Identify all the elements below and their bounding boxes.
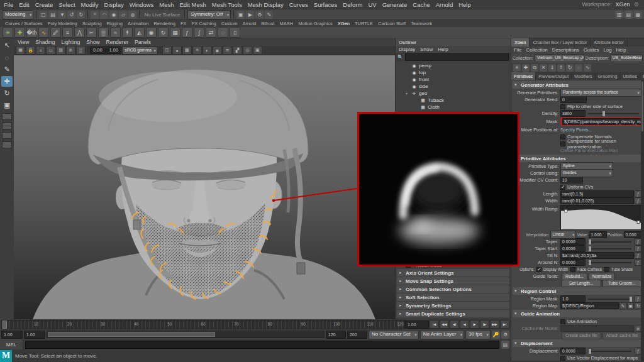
generate-primitives-dropdown[interactable]: Randomly across the surface: [560, 89, 641, 97]
around-n-slider[interactable]: [588, 262, 631, 263]
timeline-current-frame-cursor[interactable]: [3, 321, 7, 329]
compensate-normals-checkbox[interactable]: [560, 134, 565, 140]
menu-item[interactable]: Display: [104, 1, 124, 8]
section-header-guide-animation[interactable]: Guide Animation: [513, 310, 642, 317]
mask-field[interactable]: $(DESC)/paintmaps/bearcap_density_mask: [562, 118, 644, 125]
xgen-clear-preview-icon[interactable]: ◌: [575, 64, 582, 72]
viewport-menu-item[interactable]: Show: [86, 39, 99, 45]
taper-field[interactable]: 0.0000: [560, 238, 586, 245]
xgen-clump-icon[interactable]: ⋀: [74, 27, 85, 38]
xgen-scrollbar[interactable]: [641, 80, 644, 361]
shelf-tab[interactable]: Motion Graphics: [298, 21, 333, 26]
tool-settings-section-header[interactable]: Move Snap Settings: [397, 277, 509, 285]
shelf-tab[interactable]: XGen: [338, 21, 350, 26]
region-map-folder-icon[interactable]: ▣: [627, 302, 634, 309]
width-ramp-widget[interactable]: [560, 205, 641, 230]
compensate-param-checkbox[interactable]: [560, 141, 565, 146]
outliner-item[interactable]: ◉ side: [396, 83, 511, 90]
render-icon[interactable]: ▣: [236, 11, 245, 19]
region-mask-field[interactable]: 1.0: [560, 295, 586, 302]
anim-layer-dropdown[interactable]: No Anim Layer: [420, 330, 464, 339]
shaded-icon[interactable]: ●: [172, 46, 182, 55]
outliner-item[interactable]: ◉ front: [396, 76, 511, 83]
description-dropdown[interactable]: US_SolderBearcap: [610, 54, 643, 62]
uniform-cvs-checkbox[interactable]: [560, 185, 565, 190]
ipr-render-icon[interactable]: ▶: [246, 11, 254, 19]
xgen-subtab[interactable]: Expressions: [640, 72, 644, 80]
open-scene-icon[interactable]: ▤: [48, 11, 57, 19]
playback-end-field[interactable]: 120: [326, 331, 346, 339]
xgen-menu-item[interactable]: Help: [616, 47, 626, 53]
shelf-tab[interactable]: Curves / Surfaces: [5, 21, 43, 26]
xgen-subtab[interactable]: Modifiers: [572, 72, 595, 80]
xgen-export-icon[interactable]: �th: [26, 27, 37, 38]
lock-camera-icon[interactable]: 🔒: [26, 46, 35, 55]
camera-attributes-icon[interactable]: ≡: [36, 46, 45, 55]
tube-shade-checkbox[interactable]: [604, 267, 609, 272]
auto-key-icon[interactable]: 🔑: [492, 331, 500, 339]
xgen-duplicate-icon[interactable]: ⧉: [531, 64, 538, 72]
tube-groom-button[interactable]: Tube Groom...: [602, 280, 642, 287]
xgen-cut-icon[interactable]: ✂: [86, 27, 97, 38]
outliner-item[interactable]: ▾ ✛ geo: [396, 90, 511, 97]
wireframe-icon[interactable]: ◫: [162, 46, 172, 55]
tool-settings-section-header[interactable]: Smart Duplicate Settings: [397, 310, 509, 317]
step-back-key-button[interactable]: ◀|: [450, 320, 459, 329]
render-settings-icon[interactable]: ⚙: [255, 11, 264, 19]
prefs-icon[interactable]: ⚙: [501, 331, 509, 339]
xgen-density-icon[interactable]: ▒: [98, 27, 109, 38]
shelf-tab[interactable]: Animation: [128, 21, 148, 26]
lasso-select-tool[interactable]: ◌: [1, 52, 13, 63]
symmetry-dropdown[interactable]: Symmetry: Off: [187, 10, 231, 19]
sidebar-channelbox-icon[interactable]: ▦: [634, 11, 642, 19]
select-camera-icon[interactable]: ▦: [16, 46, 25, 55]
shelf-tab[interactable]: MASH: [280, 21, 294, 26]
tilt-n-field[interactable]: $a=rand(-20,5);$a: [560, 252, 634, 259]
menu-item[interactable]: Edit: [19, 1, 29, 8]
anim-end-field[interactable]: 200: [347, 331, 367, 339]
snap-point-icon[interactable]: ◉: [109, 11, 118, 19]
taper-start-field[interactable]: 0.0000: [560, 245, 586, 252]
menu-item[interactable]: Cache: [413, 1, 430, 8]
xgen-export-collection-icon[interactable]: ⇑: [557, 64, 565, 72]
viewport-menu-item[interactable]: Renderer: [106, 39, 128, 45]
xgen-convert-icon[interactable]: ⇄: [206, 27, 216, 38]
outliner-item[interactable]: ◉ persp: [396, 62, 511, 69]
rotate-tool[interactable]: ↻: [1, 88, 13, 99]
shelf-tab[interactable]: FX Caching: [192, 21, 216, 26]
range-slider-bar[interactable]: [47, 331, 325, 338]
save-scene-icon[interactable]: ▼: [58, 11, 66, 19]
menu-item[interactable]: Help: [458, 1, 471, 8]
viewport-menu-item[interactable]: Panels: [135, 39, 151, 45]
set-length-button[interactable]: Set Length...: [562, 280, 601, 287]
sidebar-tab[interactable]: Channel Box / Layer Editor: [530, 38, 591, 47]
gamma-field[interactable]: 1.00: [106, 47, 122, 54]
xgen-bake-icon[interactable]: ◌: [218, 27, 228, 38]
exposure-field[interactable]: 0.00: [90, 47, 106, 54]
lights-icon[interactable]: ☀: [192, 46, 202, 55]
xgen-ptex-icon[interactable]: ▦: [170, 27, 180, 38]
snap-curve-icon[interactable]: ◠: [100, 11, 108, 19]
length-field[interactable]: rand(0,1.5): [560, 190, 634, 197]
go-to-start-button[interactable]: |◀: [430, 320, 439, 329]
taper-slider[interactable]: [588, 241, 631, 243]
select-tool[interactable]: ↖: [1, 40, 13, 51]
anti-alias-icon[interactable]: ▞: [233, 46, 242, 55]
oversampling-icon[interactable]: ▒: [76, 46, 86, 55]
fps-dropdown[interactable]: 30 fps: [465, 330, 491, 339]
sidebar-attr-editor-icon[interactable]: ▥: [615, 11, 623, 19]
step-forward-key-button[interactable]: |▶: [480, 320, 489, 329]
generator-seed-field[interactable]: 0: [560, 96, 587, 103]
xgen-import-icon[interactable]: ⇓: [548, 64, 556, 72]
outliner-item[interactable]: ▦ Tuback: [396, 97, 511, 104]
specify-points-link[interactable]: Specify Points...: [560, 128, 592, 132]
go-to-end-button[interactable]: ▶|: [500, 320, 509, 329]
xgen-add-collection-icon[interactable]: ✚: [14, 27, 25, 38]
vector-displacement-checkbox[interactable]: [560, 356, 565, 361]
xgen-subtab[interactable]: Utilities: [620, 72, 640, 80]
make-live-icon[interactable]: ◍: [128, 11, 136, 19]
shelf-tab[interactable]: FX: [180, 21, 187, 26]
menu-item[interactable]: Arnold: [436, 1, 453, 8]
shadows-icon[interactable]: ◐: [203, 46, 212, 55]
display-width-checkbox[interactable]: [536, 267, 541, 272]
